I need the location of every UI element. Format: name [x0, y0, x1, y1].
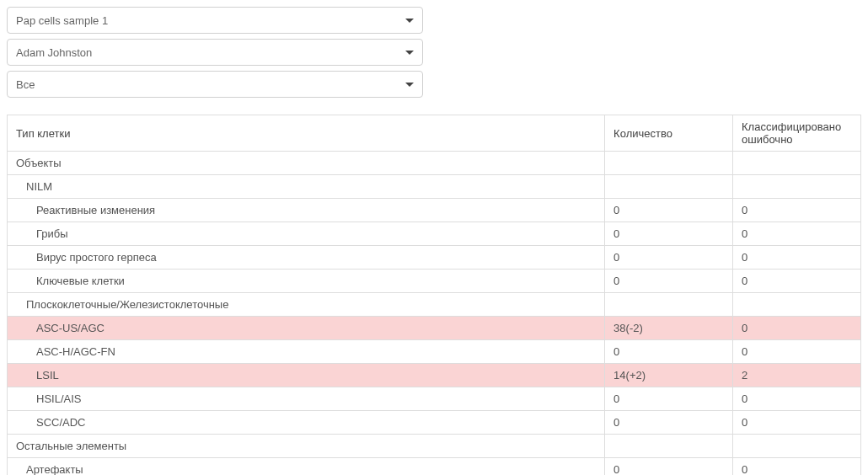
- cell-quantity: 0: [605, 411, 733, 435]
- cell-errors: 0: [733, 340, 861, 364]
- caret-down-icon: [405, 51, 414, 55]
- cell-quantity: 0: [605, 387, 733, 411]
- cell-type-label: Реактивные изменения: [8, 199, 605, 222]
- cell-type-label: HSIL/AIS: [8, 387, 605, 411]
- cell-type-label: ASC-US/AGC: [8, 317, 605, 340]
- cell-errors: 0: [733, 411, 861, 435]
- header-cell-type: Тип клетки: [8, 115, 605, 152]
- cell-type-label: Вирус простого герпеса: [8, 246, 605, 270]
- table-row: Артефакты00: [8, 458, 861, 476]
- table-row: HSIL/AIS00: [8, 387, 861, 411]
- cell-quantity: 14(+2): [605, 364, 733, 387]
- caret-down-icon: [405, 19, 414, 23]
- results-table: Тип клетки Количество Классифицировано о…: [7, 115, 861, 475]
- cell-errors: 2: [733, 364, 861, 387]
- cell-quantity: 0: [605, 222, 733, 246]
- results-table-wrap: Тип клетки Количество Классифицировано о…: [7, 115, 861, 475]
- cell-errors: 0: [733, 199, 861, 222]
- filter-dropdown-value: Все: [16, 78, 35, 91]
- cell-quantity: 0: [605, 270, 733, 293]
- user-dropdown[interactable]: Adam Johnston: [7, 39, 423, 66]
- cell-type-label: Плоскоклеточные/Железистоклеточные: [8, 293, 605, 317]
- table-row: Объекты: [8, 152, 861, 175]
- sample-dropdown-value: Pap cells sample 1: [16, 14, 108, 27]
- table-row: Грибы00: [8, 222, 861, 246]
- table-row: Ключевые клетки00: [8, 270, 861, 293]
- cell-quantity: 0: [605, 340, 733, 364]
- cell-errors: 0: [733, 317, 861, 340]
- table-header-row: Тип клетки Количество Классифицировано о…: [8, 115, 861, 152]
- cell-type-label: LSIL: [8, 364, 605, 387]
- cell-errors: 0: [733, 270, 861, 293]
- cell-errors: 0: [733, 387, 861, 411]
- cell-errors: 0: [733, 222, 861, 246]
- table-row: Реактивные изменения00: [8, 199, 861, 222]
- cell-type-label: Остальные элементы: [8, 435, 605, 458]
- cell-quantity: 0: [605, 199, 733, 222]
- caret-down-icon: [405, 83, 414, 87]
- cell-quantity: [605, 152, 733, 175]
- cell-errors: [733, 293, 861, 317]
- table-row: Плоскоклеточные/Железистоклеточные: [8, 293, 861, 317]
- cell-quantity: [605, 435, 733, 458]
- table-row: ASC-US/AGC38(-2)0: [8, 317, 861, 340]
- table-row: ASC-H/AGC-FN00: [8, 340, 861, 364]
- header-cell-errors: Классифицировано ошибочно: [733, 115, 861, 152]
- cell-type-label: NILM: [8, 175, 605, 199]
- cell-type-label: Артефакты: [8, 458, 605, 476]
- cell-type-label: ASC-H/AGC-FN: [8, 340, 605, 364]
- table-row: LSIL14(+2)2: [8, 364, 861, 387]
- cell-quantity: 0: [605, 458, 733, 476]
- header-cell-quantity: Количество: [605, 115, 733, 152]
- cell-quantity: 38(-2): [605, 317, 733, 340]
- cell-errors: [733, 175, 861, 199]
- table-row: Остальные элементы: [8, 435, 861, 458]
- filter-dropdown[interactable]: Все: [7, 71, 423, 98]
- user-dropdown-value: Adam Johnston: [16, 46, 92, 59]
- cell-errors: 0: [733, 458, 861, 476]
- sample-dropdown[interactable]: Pap cells sample 1: [7, 7, 423, 34]
- cell-type-label: Объекты: [8, 152, 605, 175]
- cell-errors: 0: [733, 246, 861, 270]
- table-row: NILM: [8, 175, 861, 199]
- table-row: SCC/ADC00: [8, 411, 861, 435]
- cell-type-label: SCC/ADC: [8, 411, 605, 435]
- cell-quantity: [605, 293, 733, 317]
- cell-errors: [733, 435, 861, 458]
- cell-errors: [733, 152, 861, 175]
- cell-type-label: Ключевые клетки: [8, 270, 605, 293]
- table-row: Вирус простого герпеса00: [8, 246, 861, 270]
- cell-quantity: 0: [605, 246, 733, 270]
- cell-quantity: [605, 175, 733, 199]
- cell-type-label: Грибы: [8, 222, 605, 246]
